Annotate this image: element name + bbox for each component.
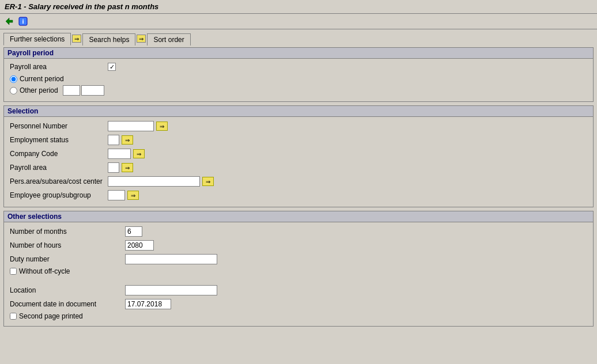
employee-group-arrow[interactable]: ⇒ — [127, 191, 139, 200]
company-code-label: Company Code — [10, 150, 108, 158]
personnel-number-input[interactable] — [108, 121, 154, 131]
document-date-label: Document date in document — [10, 300, 125, 308]
payroll-period-header: Payroll period — [4, 48, 593, 59]
num-months-label: Number of months — [10, 227, 125, 236]
tab-further-selections-label: Further selections — [10, 35, 65, 43]
other-selections-section: Other selections Number of months Number… — [3, 211, 594, 327]
location-input[interactable] — [125, 285, 217, 295]
title-bar: ER-1 - Salary received in the past n mon… — [0, 0, 597, 14]
pers-area-label: Pers.area/subarea/cost center — [10, 177, 108, 185]
tab-bar: Further selections ⇒ Search helps ⇒ Sort… — [0, 29, 597, 45]
duty-number-label: Duty number — [10, 255, 125, 263]
employment-status-input[interactable] — [108, 135, 119, 145]
second-page-checkbox[interactable] — [10, 313, 17, 320]
company-code-input[interactable] — [108, 149, 131, 159]
tab-arrow-1: ⇒ — [71, 35, 82, 43]
tab-sort-order[interactable]: Sort order — [147, 33, 190, 46]
payroll-area-checkbox[interactable]: ✓ — [108, 63, 116, 71]
tab-search-helps[interactable]: Search helps — [82, 33, 135, 46]
employee-group-label: Employee group/subgroup — [10, 191, 108, 199]
tab-sort-order-label: Sort order — [153, 36, 184, 44]
current-period-radio[interactable] — [10, 75, 17, 83]
payroll-area-label: Payroll area — [10, 63, 108, 71]
pers-area-arrow[interactable]: ⇒ — [202, 177, 214, 186]
num-hours-input[interactable] — [125, 240, 154, 251]
duty-number-input[interactable] — [125, 254, 217, 264]
location-label: Location — [10, 286, 125, 294]
without-off-cycle-checkbox[interactable] — [10, 268, 17, 275]
pers-area-input[interactable] — [108, 176, 200, 187]
current-period-label: Current period — [20, 75, 64, 83]
toolbar: i — [0, 14, 597, 29]
employment-status-arrow[interactable]: ⇒ — [122, 135, 133, 145]
payroll-area-sel-label: Payroll area — [10, 164, 108, 172]
without-off-cycle-label: Without off-cycle — [19, 267, 70, 275]
payroll-area-sel-input[interactable] — [108, 162, 119, 173]
second-page-label: Second page printed — [19, 312, 83, 320]
document-date-input[interactable] — [125, 299, 171, 309]
other-selections-header: Other selections — [4, 211, 593, 222]
window-title: ER-1 - Salary received in the past n mon… — [5, 2, 158, 11]
selection-section: Selection Personnel Number ⇒ Employment … — [3, 105, 594, 207]
employee-group-input[interactable] — [108, 190, 125, 200]
employment-status-label: Employment status — [10, 136, 108, 144]
personnel-number-arrow[interactable]: ⇒ — [156, 122, 168, 131]
num-months-input[interactable] — [125, 226, 142, 237]
svg-marker-0 — [6, 18, 13, 25]
selection-header: Selection — [4, 106, 593, 117]
tab-arrow-2: ⇒ — [135, 35, 147, 43]
payroll-area-sel-arrow[interactable]: ⇒ — [122, 163, 133, 172]
payroll-period-section: Payroll period Payroll area ✓ Current pe… — [3, 47, 594, 102]
other-period-field1[interactable] — [63, 85, 80, 96]
other-period-field2[interactable] — [81, 85, 104, 96]
personnel-number-label: Personnel Number — [10, 122, 108, 130]
other-period-label: Other period — [20, 86, 58, 94]
company-code-arrow[interactable]: ⇒ — [133, 149, 145, 158]
info-icon[interactable]: i — [17, 16, 29, 27]
back-icon[interactable] — [3, 16, 15, 27]
num-hours-label: Number of hours — [10, 241, 125, 249]
tab-further-selections[interactable]: Further selections — [3, 33, 71, 46]
other-period-radio[interactable] — [10, 87, 17, 94]
tab-search-helps-label: Search helps — [89, 36, 129, 44]
svg-text:i: i — [22, 18, 24, 25]
